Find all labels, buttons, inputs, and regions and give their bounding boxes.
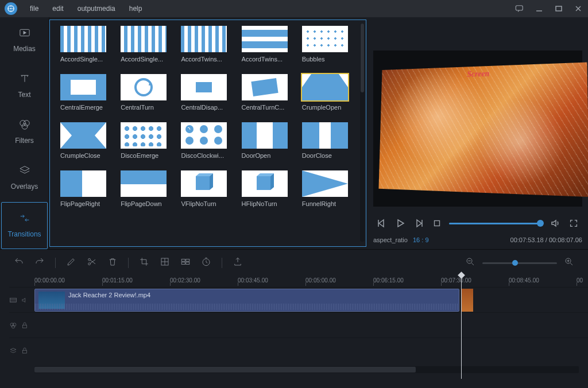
overlay-track[interactable] <box>9 337 588 363</box>
timeline-clip[interactable]: Jack Reacher 2 Review!.mp4 <box>34 289 459 312</box>
delete-button[interactable] <box>107 257 118 269</box>
crop-button[interactable] <box>139 257 149 269</box>
timeline-ruler[interactable]: 00:00:00.0000:01:15.0000:02:30.0000:03:4… <box>0 275 588 287</box>
transition-item[interactable]: AccordTwins... <box>181 26 231 63</box>
next-frame-button[interactable] <box>412 217 425 230</box>
svg-point-1 <box>10 8 11 9</box>
svg-point-32 <box>88 263 91 265</box>
split-button[interactable] <box>87 257 97 269</box>
lock-icon[interactable] <box>21 321 29 329</box>
transition-item[interactable]: FlipPageRight <box>60 170 111 207</box>
feedback-icon[interactable] <box>514 3 525 14</box>
svg-point-16 <box>136 79 152 95</box>
menu-file[interactable]: file <box>23 5 45 13</box>
svg-rect-30 <box>435 221 440 226</box>
transition-item[interactable]: FlipPageDown <box>121 170 171 207</box>
fullscreen-button[interactable] <box>567 217 580 230</box>
filter-track-icon <box>9 321 17 329</box>
stop-button[interactable] <box>431 217 443 230</box>
preview-timecode: 00:07:53.18 / 00:08:07.06 <box>510 236 582 243</box>
transition-item[interactable]: AccordSingle... <box>60 26 111 63</box>
volume-button[interactable] <box>549 217 562 230</box>
menu-help[interactable]: help <box>122 5 149 13</box>
playhead[interactable] <box>461 275 462 379</box>
zoom-out-button[interactable] <box>465 257 475 269</box>
preview-viewport[interactable]: Screen <box>373 51 582 207</box>
ruler-tick: 00:02:30.00 <box>170 277 238 284</box>
zoom-in-button[interactable] <box>564 257 574 269</box>
menu-outputmedia[interactable]: outputmedia <box>71 5 122 13</box>
svg-point-2 <box>10 6 11 7</box>
video-track[interactable]: Jack Reacher 2 Review!.mp4 <box>9 287 588 312</box>
transition-thumbnail <box>302 74 348 100</box>
mute-icon[interactable] <box>21 296 29 304</box>
svg-rect-6 <box>516 6 523 10</box>
transition-name: VFlipNoTurn <box>181 200 231 207</box>
transition-thumbnail <box>181 74 227 100</box>
transition-item[interactable]: CentralTurnC... <box>242 74 292 111</box>
menu-edit[interactable]: edit <box>45 5 70 13</box>
sidebar-tab-filters[interactable]: Filters <box>0 109 49 155</box>
transition-thumbnail <box>121 26 167 52</box>
transition-item[interactable]: CentralDisap... <box>181 74 231 111</box>
lock-icon[interactable] <box>21 347 29 355</box>
minimize-button[interactable] <box>534 3 544 14</box>
aspect-ratio-value[interactable]: 16 : 9 <box>413 236 429 243</box>
svg-rect-36 <box>181 262 185 265</box>
svg-point-15 <box>22 123 28 129</box>
duration-button[interactable] <box>201 257 211 269</box>
transition-thumbnail <box>302 170 348 197</box>
transition-item[interactable]: DoorOpen <box>242 122 292 159</box>
sidebar-tab-overlays[interactable]: Overlays <box>0 155 49 201</box>
timeline-clip-2[interactable] <box>462 289 473 312</box>
svg-point-21 <box>200 137 208 145</box>
close-button[interactable] <box>573 3 583 14</box>
transition-item[interactable]: AccordSingle... <box>121 26 171 63</box>
transition-item[interactable]: DoorClose <box>302 122 353 159</box>
preview-progress-bar[interactable] <box>449 223 543 224</box>
sidebar-label: Medias <box>13 45 36 53</box>
transition-item[interactable]: DiscoEmerge <box>121 122 171 159</box>
transition-item[interactable]: AccordTwins... <box>242 26 292 63</box>
maximize-button[interactable] <box>554 3 564 14</box>
transition-thumbnail <box>60 122 106 149</box>
transition-name: Bubbles <box>302 56 353 63</box>
transition-name: DoorClose <box>302 152 353 159</box>
svg-marker-12 <box>23 31 26 35</box>
sidebar-label: Transitions <box>7 230 41 238</box>
sidebar-tab-medias[interactable]: Medias <box>0 17 49 63</box>
transition-thumbnail <box>302 122 348 149</box>
redo-button[interactable] <box>34 257 45 269</box>
prev-frame-button[interactable] <box>376 217 388 230</box>
timeline-scrollbar[interactable] <box>34 366 579 373</box>
transition-name: FunnelRight <box>302 200 353 207</box>
transition-item[interactable]: FunnelRight <box>302 170 353 207</box>
transition-item[interactable]: HFlipNoTurn <box>242 170 292 207</box>
transition-item[interactable]: CrumpleClose <box>60 122 111 159</box>
transition-item[interactable]: DiscoClockwi... <box>181 122 231 159</box>
transition-item[interactable]: Bubbles <box>302 26 353 63</box>
svg-marker-28 <box>417 220 421 227</box>
edit-tool-button[interactable] <box>66 257 76 269</box>
transition-item[interactable]: VFlipNoTurn <box>181 170 231 207</box>
mosaic-button[interactable] <box>160 257 170 269</box>
timeline-tracks: Jack Reacher 2 Review!.mp4 <box>0 287 588 363</box>
transition-name: CentralTurn <box>121 104 171 111</box>
sidebar-tab-text[interactable]: Text <box>0 63 49 109</box>
timeline-area: 00:00:00.0000:01:15.0000:02:30.0000:03:4… <box>0 249 588 373</box>
panel-scrollbar[interactable] <box>360 24 365 242</box>
zoom-slider[interactable] <box>482 262 557 264</box>
play-button[interactable] <box>394 217 407 230</box>
export-button[interactable] <box>233 257 243 269</box>
transition-item[interactable]: CrumpleOpen <box>302 74 353 111</box>
transition-name: DoorOpen <box>242 152 292 159</box>
transition-item[interactable]: CentralEmerge <box>60 74 111 111</box>
sidebar-tab-transitions[interactable]: Transitions <box>1 202 48 249</box>
svg-point-19 <box>214 125 222 133</box>
layout-button[interactable] <box>180 257 191 269</box>
filter-track[interactable] <box>9 312 588 337</box>
undo-button[interactable] <box>14 257 24 269</box>
sidebar-label: Overlays <box>11 183 38 191</box>
svg-point-4 <box>10 10 11 11</box>
transition-item[interactable]: CentralTurn <box>121 74 171 111</box>
